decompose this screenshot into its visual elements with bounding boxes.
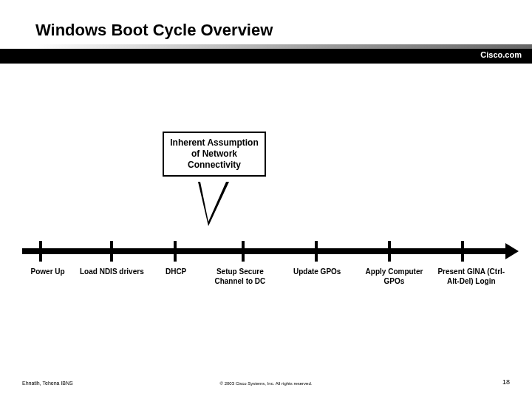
slide: Windows Boot Cycle Overview Cisco.com In…: [0, 0, 532, 399]
tick: [461, 241, 464, 262]
timeline: [22, 248, 510, 254]
step-label: Present GINA (Ctrl-Alt-Del) Login: [433, 265, 510, 286]
tick: [110, 241, 113, 262]
step-label: Setup Secure Channel to DC: [202, 265, 279, 286]
callout-box: Inherent Assumption of Network Connectiv…: [163, 132, 266, 177]
footer-copyright: © 2003 Cisco Systems, Inc. All rights re…: [0, 381, 532, 386]
timeline-axis: [22, 248, 510, 254]
tick: [315, 241, 318, 262]
brand-text: Cisco.com: [480, 50, 522, 59]
timeline-labels: Power Up Load NDIS drivers DHCP Setup Se…: [22, 265, 510, 286]
tick: [242, 241, 245, 262]
step-label: Load NDIS drivers: [73, 265, 150, 286]
tick: [388, 241, 391, 262]
tick: [39, 241, 42, 262]
arrow-head-icon: [505, 243, 519, 259]
tick: [174, 241, 177, 262]
step-label: Apply Computer GPOs: [355, 265, 432, 286]
step-label: DHCP: [151, 265, 202, 286]
page-number: 18: [502, 378, 510, 386]
title-block: Windows Boot Cycle Overview Cisco.com: [0, 21, 532, 64]
step-label: Update GPOs: [279, 265, 355, 286]
callout-pointer-fill: [200, 182, 226, 222]
step-label: Power Up: [22, 265, 73, 286]
page-title: Windows Boot Cycle Overview: [0, 21, 532, 44]
brand-bar: Cisco.com: [0, 49, 532, 64]
